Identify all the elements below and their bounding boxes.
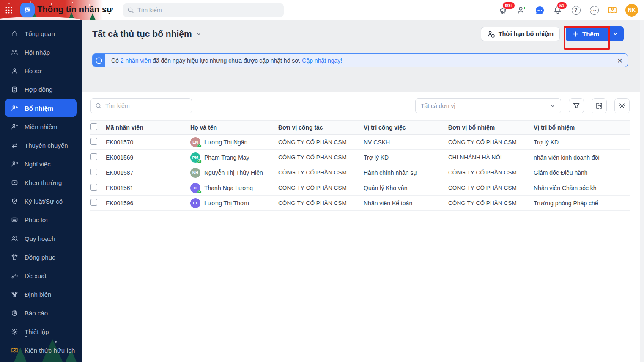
search-icon (127, 7, 134, 14)
hr-app-icon[interactable] (20, 3, 35, 17)
banner-count-link[interactable]: 2 nhân viên (121, 57, 151, 64)
table-search[interactable] (90, 98, 192, 113)
table-row[interactable]: EK001587 NH✓ Nguyễn Thị Thúy Hiền CÔNG T… (90, 165, 630, 180)
notifications-badge: 51 (557, 2, 567, 9)
notifications-bell-icon[interactable]: 51 (553, 5, 563, 15)
org-chart-icon (11, 290, 18, 298)
search-icon (95, 102, 102, 109)
add-button-caret[interactable] (606, 26, 624, 41)
more-options-icon[interactable]: ··· (589, 5, 599, 15)
sidebar-item-kien-thuc[interactable]: Kiến thức hữu ích (5, 341, 77, 359)
close-icon[interactable]: × (617, 56, 622, 65)
employee-code: EK001570 (106, 139, 190, 146)
column-header: Đơn vị công tác (278, 124, 364, 131)
row-checkbox[interactable] (90, 169, 97, 175)
job-position: Hành chính nhân sự (364, 169, 448, 176)
sidebar-item-dong-phuc[interactable]: Đồng phục (5, 248, 77, 266)
sidebar-item-thiet-lap[interactable]: Thiết lập (5, 322, 77, 341)
export-button[interactable] (592, 98, 607, 113)
gear-icon (11, 328, 18, 335)
page-title: Tất cả thủ tục bổ nhiệm (92, 29, 192, 39)
info-icon (93, 54, 105, 67)
work-unit: CÔNG TY CỔ PHẦN CSM (278, 200, 364, 206)
sidebar-item-label: Đồng phục (25, 254, 55, 261)
chevron-down-icon (550, 103, 556, 109)
sidebar-item-ky-luat[interactable]: Kỷ luật/Sự cố (5, 192, 77, 210)
sidebar-item-ho-so[interactable]: Hồ sơ (5, 61, 77, 80)
employee-name: Lương Thị Thơm (204, 200, 249, 207)
row-checkbox[interactable] (90, 184, 97, 191)
global-search-input[interactable] (137, 7, 280, 14)
job-position: Trợ lý KD (364, 154, 448, 161)
appoint-position: Trưởng phòng Pháp chế (534, 200, 630, 207)
user-avatar[interactable]: NK (625, 4, 638, 17)
shield-x-icon (11, 197, 18, 205)
deadline-button-label: Thời hạn bổ nhiệm (499, 30, 554, 37)
row-checkbox[interactable] (90, 199, 97, 206)
add-button[interactable]: Thêm (566, 26, 606, 41)
sidebar-item-bao-cao[interactable]: Báo cáo (5, 304, 77, 322)
banner-update-link[interactable]: Cập nhật ngay! (302, 57, 342, 64)
sidebar-item-dinh-bien[interactable]: Định biên (5, 285, 77, 304)
employee-code: EK001569 (106, 154, 190, 161)
table-row[interactable]: EK001569 PM✓ Phạm Trang May CÔNG TY CỔ P… (90, 150, 630, 165)
sidebar-item-label: Định biên (25, 291, 51, 298)
sidebar-item-de-xuat[interactable]: Đề xuất (5, 266, 77, 285)
person-minus-icon (11, 123, 18, 130)
appoint-unit: CÔNG TY CỔ PHẦN CSM (448, 200, 534, 206)
column-header: Họ và tên (190, 124, 278, 131)
filter-button[interactable] (569, 98, 584, 113)
employee-name: Thanh Nga Lương (204, 185, 253, 191)
row-checkbox[interactable] (90, 138, 97, 145)
settings-button[interactable] (614, 98, 630, 113)
person-clock-icon (487, 30, 495, 38)
deadline-button[interactable]: Thời hạn bổ nhiệm (481, 27, 560, 41)
appointments-table: Mã nhân viên Họ và tên Đơn vị công tác V… (90, 120, 630, 211)
knowledge-icon[interactable] (607, 5, 617, 15)
employee-code: EK001587 (106, 169, 190, 176)
add-user-icon[interactable] (516, 5, 526, 15)
sidebar-item-bo-nhiem[interactable]: Bổ nhiệm (5, 99, 77, 117)
global-search[interactable] (123, 3, 284, 17)
sidebar-item-hop-dong[interactable]: Hợp đồng (5, 80, 77, 99)
table-search-input[interactable] (105, 102, 187, 109)
filter-row: Tất cả đơn vị (90, 98, 630, 113)
row-checkbox[interactable] (90, 153, 97, 160)
sidebar-item-nghi-viec[interactable]: Nghỉ việc (5, 155, 77, 173)
sidebar-item-mien-nhiem[interactable]: Miễn nhiệm (5, 117, 77, 136)
appoint-position: nhân viên kinh doanh đối (534, 154, 630, 161)
sidebar-item-quy-hoach[interactable]: Quy hoạch (5, 229, 77, 248)
appoint-unit: CÔNG TY CỔ PHẦN CSM (448, 139, 534, 145)
app-grid-icon[interactable] (5, 6, 13, 14)
select-all-checkbox[interactable] (90, 123, 97, 130)
sidebar-item-thuyen-chuyen[interactable]: Thuyên chuyển (5, 136, 77, 155)
unit-filter-select[interactable]: Tất cả đơn vị (415, 98, 561, 113)
announcements-icon[interactable]: 99+ (498, 5, 508, 15)
chat-icon[interactable] (534, 5, 545, 15)
avatar: NH✓ (190, 168, 200, 178)
help-icon[interactable]: ? (571, 5, 581, 15)
column-header: Vị trí công việc (364, 124, 448, 131)
sidebar-item-label: Tổng quan (25, 30, 55, 37)
content-card: Tất cả đơn vị Mã nhân viên (82, 92, 640, 362)
table-row[interactable]: EK001561 TL✓ Thanh Nga Lương CÔNG TY CỔ … (90, 180, 630, 196)
sidebar-item-phuc-loi[interactable]: Phúc lợi (5, 210, 77, 229)
sidebar-item-tong-quan[interactable]: Tổng quan (5, 24, 77, 43)
shirt-icon (11, 253, 18, 261)
sidebar-item-hoi-nhap[interactable]: Hội nhập (5, 43, 77, 61)
document-icon (11, 86, 18, 93)
table-row[interactable]: EK001596 LT✓ Lương Thị Thơm CÔNG TY CỔ P… (90, 196, 630, 211)
people-group-icon (11, 48, 18, 56)
person-x-icon (11, 160, 18, 168)
avatar: TL✓ (190, 183, 200, 193)
add-split-button: Thêm (566, 26, 624, 41)
vertical-scrollbar[interactable] (640, 20, 644, 362)
plus-icon (573, 31, 579, 37)
route-icon (11, 272, 18, 279)
table-row[interactable]: EK001570 LN✓ Lương Thị Ngân CÔNG TY CỔ P… (90, 135, 630, 150)
sidebar-item-khen-thuong[interactable]: Khen thưởng (5, 173, 77, 192)
work-unit: CÔNG TY CỔ PHẦN CSM (278, 139, 364, 145)
view-selector[interactable]: Tất cả thủ tục bổ nhiệm (92, 29, 202, 39)
banner-prefix: Có (111, 57, 119, 64)
chevron-down-icon (196, 31, 202, 37)
